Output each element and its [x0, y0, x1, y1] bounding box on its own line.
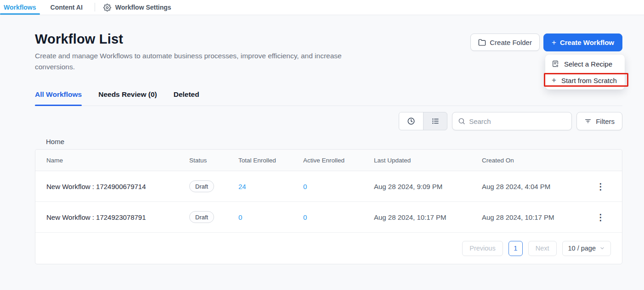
page-size-select[interactable]: 10 / page	[562, 241, 611, 256]
last-updated-value: Aug 28 2024, 10:17 PM	[374, 213, 482, 221]
workflow-table-card: Name Status Total Enrolled Active Enroll…	[35, 149, 622, 264]
search-icon	[458, 117, 465, 125]
filters-button[interactable]: Filters	[576, 112, 622, 130]
nav-workflow-settings[interactable]: Workflow Settings	[103, 0, 171, 15]
view-toggle-group	[399, 112, 447, 130]
plus-icon: +	[552, 38, 556, 47]
active-enrolled-link[interactable]: 0	[303, 213, 374, 221]
page-size-label: 10 / page	[568, 245, 596, 252]
column-header-total-enrolled: Total Enrolled	[238, 157, 303, 164]
table-row: New Workflow : 1724900679714 Draft 24 0 …	[35, 171, 622, 202]
list-icon	[431, 117, 440, 125]
top-navigation: Workflows Content AI Workflow Settings	[0, 0, 644, 15]
filter-icon	[584, 117, 592, 125]
clock-icon	[407, 117, 415, 125]
workflow-tabs: All Workflows Needs Review (0) Deleted	[35, 90, 622, 106]
create-folder-label: Create Folder	[490, 39, 532, 46]
chevron-down-icon	[599, 245, 605, 251]
nav-tab-workflows[interactable]: Workflows	[0, 0, 40, 15]
menu-item-select-a-recipe[interactable]: Select a Recipe	[545, 56, 625, 72]
total-enrolled-link[interactable]: 24	[238, 183, 303, 190]
column-header-status: Status	[189, 157, 238, 164]
create-workflow-dropdown: Select a Recipe + Start from Scratch	[545, 55, 625, 89]
search-input[interactable]	[469, 117, 566, 125]
page-subtitle: Create and manage Workflows to automate …	[35, 50, 375, 72]
status-badge: Draft	[189, 211, 214, 223]
workflow-name-link[interactable]: New Workflow : 1724923078791	[46, 213, 189, 221]
history-view-toggle[interactable]	[399, 112, 423, 130]
table-row: New Workflow : 1724923078791 Draft 0 0 A…	[35, 202, 622, 233]
tab-deleted[interactable]: Deleted	[174, 90, 199, 106]
nav-tab-content-ai[interactable]: Content AI	[47, 0, 86, 15]
gear-icon	[103, 4, 111, 11]
created-on-value: Aug 28 2024, 10:17 PM	[482, 213, 591, 221]
page-number-button[interactable]: 1	[508, 241, 523, 256]
nav-workflow-settings-label: Workflow Settings	[115, 4, 171, 11]
column-header-last-updated: Last Updated	[374, 157, 482, 164]
filters-label: Filters	[596, 117, 615, 125]
search-box	[452, 112, 572, 130]
menu-item-label: Start from Scratch	[561, 77, 617, 84]
column-header-created-on: Created On	[482, 157, 591, 164]
create-workflow-button[interactable]: + Create Workflow	[543, 33, 622, 51]
list-view-toggle[interactable]	[423, 112, 447, 130]
status-badge: Draft	[189, 180, 214, 192]
page-title: Workflow List	[35, 32, 375, 47]
breadcrumb[interactable]: Home	[35, 138, 622, 145]
tab-needs-review[interactable]: Needs Review (0)	[98, 90, 157, 106]
row-actions-kebab-icon[interactable]: ⋮	[591, 212, 611, 223]
total-enrolled-link[interactable]: 0	[238, 213, 303, 221]
folder-icon	[478, 39, 486, 46]
create-workflow-label: Create Workflow	[560, 39, 614, 46]
last-updated-value: Aug 28 2024, 9:09 PM	[374, 183, 482, 190]
next-page-button[interactable]: Next	[528, 241, 557, 256]
table-header-row: Name Status Total Enrolled Active Enroll…	[35, 150, 622, 171]
tab-all-workflows[interactable]: All Workflows	[35, 90, 82, 106]
nav-divider	[95, 3, 95, 11]
active-enrolled-link[interactable]: 0	[303, 183, 374, 190]
row-actions-kebab-icon[interactable]: ⋮	[591, 181, 611, 192]
main-content: Workflow List Create and manage Workflow…	[0, 15, 644, 264]
column-header-active-enrolled: Active Enrolled	[303, 157, 374, 164]
table-toolbar: Filters	[35, 112, 622, 130]
menu-item-label: Select a Recipe	[564, 60, 612, 68]
created-on-value: Aug 28 2024, 4:04 PM	[482, 183, 591, 190]
workflow-name-link[interactable]: New Workflow : 1724900679714	[46, 183, 189, 190]
plus-icon: +	[552, 76, 556, 85]
column-header-name: Name	[46, 157, 189, 164]
previous-page-button[interactable]: Previous	[462, 241, 503, 256]
pagination: Previous 1 Next 10 / page	[35, 233, 622, 264]
menu-item-start-from-scratch[interactable]: + Start from Scratch	[545, 72, 625, 89]
recipe-file-plus-icon	[552, 60, 559, 67]
create-folder-button[interactable]: Create Folder	[470, 33, 540, 51]
